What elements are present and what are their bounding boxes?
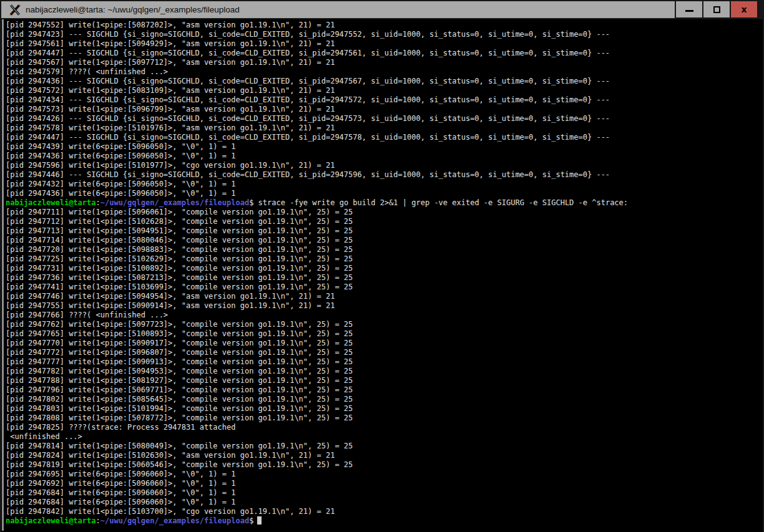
terminal-line: [pid 2947765] write(1<pipe:[5100893]>, "… (6, 329, 763, 339)
terminal-line: [pid 2947766] ????( <unfinished ...> (6, 311, 763, 320)
terminal-line: [pid 2947432] write(6<pipe:[5096050]>, "… (6, 180, 763, 189)
prompt-path: ~/uwu/gqlgen/_examples/fileupload (100, 198, 249, 207)
prompt-path: ~/uwu/gqlgen/_examples/fileupload (100, 516, 249, 525)
terminal-line: [pid 2947436] write(6<pipe:[5096050]>, "… (6, 152, 763, 161)
prompt-separator: : (96, 198, 100, 207)
terminal-line: [pid 2947814] write(1<pipe:[5080049]>, "… (6, 442, 763, 451)
close-icon: x (741, 5, 747, 14)
maximize-icon (713, 6, 720, 13)
terminal-line: [pid 2947578] write(1<pipe:[5101976]>, "… (6, 123, 763, 133)
terminal-line: [pid 2947755] write(1<pipe:[5090914]>, "… (6, 301, 763, 311)
terminal-line: [pid 2947436] --- SIGCHLD {si_signo=SIGC… (6, 77, 763, 86)
close-button[interactable]: x (730, 1, 758, 19)
terminal-line: [pid 2947695] write(6<pipe:[5096060]>, "… (6, 470, 763, 479)
terminal-line: [pid 2947713] write(1<pipe:[5094951]>, "… (6, 226, 763, 236)
prompt-line: nabijaczleweli@tarta:~/uwu/gqlgen/_examp… (6, 516, 763, 526)
terminal-line: [pid 2947714] write(1<pipe:[5080046]>, "… (6, 236, 763, 245)
terminal-line: [pid 2947762] write(1<pipe:[5097723]>, "… (6, 320, 763, 329)
terminal-line: [pid 2947684] write(6<pipe:[5096060]>, "… (6, 498, 763, 507)
terminal-line: [pid 2947573] write(1<pipe:[5096799]>, "… (6, 105, 763, 114)
terminal-line: [pid 2947808] write(1<pipe:[5078772]>, "… (6, 414, 763, 423)
terminal-line: [pid 2947802] write(1<pipe:[5085645]>, "… (6, 395, 763, 404)
terminal-line: [pid 2947436] write(6<pipe:[5096050]>, "… (6, 189, 763, 198)
terminal-line: [pid 2947819] write(1<pipe:[5060546]>, "… (6, 460, 763, 470)
terminal-line: [pid 2947796] write(1<pipe:[5069771]>, "… (6, 385, 763, 395)
terminal-line: [pid 2947552] write(1<pipe:[5087202]>, "… (6, 21, 763, 30)
terminal-line: [pid 2947447] --- SIGCHLD {si_signo=SIGC… (6, 133, 763, 142)
terminal-line: [pid 2947446] --- SIGCHLD {si_signo=SIGC… (6, 170, 763, 180)
terminal-line: [pid 2947746] write(1<pipe:[5094954]>, "… (6, 292, 763, 301)
window-title: nabijaczleweli@tarta: ~/uwu/gqlgen/_exam… (26, 5, 240, 14)
terminal-line: [pid 2947572] write(1<pipe:[5083109]>, "… (6, 86, 763, 95)
terminal-line: [pid 2947772] write(1<pipe:[5096807]>, "… (6, 348, 763, 357)
terminal-line: [pid 2947770] write(1<pipe:[5090917]>, "… (6, 339, 763, 348)
scrollbar-thumb[interactable] (2, 19, 4, 531)
prompt-char: $ (249, 516, 253, 525)
terminal-content[interactable]: [pid 2947552] write(1<pipe:[5087202]>, "… (1, 19, 763, 531)
terminal-line: [pid 2947579] ????( <unfinished ...> (6, 67, 763, 77)
terminal-line: [pid 2947434] --- SIGCHLD {si_signo=SIGC… (6, 95, 763, 105)
minimize-icon (685, 10, 693, 12)
terminal-line: [pid 2947736] write(1<pipe:[5087213]>, "… (6, 273, 763, 283)
prompt-user: nabijaczleweli@tarta (6, 516, 96, 525)
terminal-line: [pid 2947567] write(1<pipe:[5097712]>, "… (6, 58, 763, 67)
terminal-line: [pid 2947803] write(1<pipe:[5101994]>, "… (6, 404, 763, 414)
terminal-line: [pid 2947439] write(6<pipe:[5096050]>, "… (6, 142, 763, 152)
terminal-line: [pid 2947825] ????(strace: Process 29478… (6, 423, 763, 432)
terminal-line: [pid 2947725] write(1<pipe:[5102629]>, "… (6, 254, 763, 264)
command-text: strace -fye write go build 2>&1 | grep -… (253, 198, 628, 207)
terminal-line: [pid 2947447] --- SIGCHLD {si_signo=SIGC… (6, 49, 763, 58)
title-bar[interactable]: nabijaczleweli@tarta: ~/uwu/gqlgen/_exam… (1, 1, 763, 19)
terminal-line: [pid 2947684] write(6<pipe:[5096060]>, "… (6, 488, 763, 498)
terminal-line: [pid 2947824] write(1<pipe:[5102630]>, "… (6, 451, 763, 460)
terminal-line: [pid 2947596] write(1<pipe:[5101977]>, "… (6, 161, 763, 170)
terminal-line: [pid 2947423] --- SIGCHLD {si_signo=SIGC… (6, 30, 763, 39)
maximize-button[interactable] (702, 1, 731, 19)
text-cursor (257, 516, 262, 525)
terminal-line: [pid 2947561] write(1<pipe:[5094929]>, "… (6, 39, 763, 49)
minimize-button[interactable] (675, 1, 703, 19)
terminal-line: <unfinished ...> (6, 432, 763, 442)
terminal-line: [pid 2947692] write(6<pipe:[5096060]>, "… (6, 479, 763, 488)
terminal-line: [pid 2947741] write(1<pipe:[5103699]>, "… (6, 283, 763, 292)
terminal-line: [pid 2947720] write(1<pipe:[5098883]>, "… (6, 245, 763, 254)
titlebar-right-pad (758, 1, 763, 19)
prompt-separator: : (96, 516, 100, 525)
terminal-line: [pid 2947842] write(1<pipe:[5103700]>, "… (6, 507, 763, 516)
xterm-icon (8, 3, 22, 17)
terminal-screen[interactable]: [pid 2947552] write(1<pipe:[5087202]>, "… (6, 21, 763, 531)
terminal-line: [pid 2947777] write(1<pipe:[5090913]>, "… (6, 357, 763, 367)
terminal-line: [pid 2947788] write(1<pipe:[5081927]>, "… (6, 376, 763, 385)
terminal-line: [pid 2947731] write(1<pipe:[5100892]>, "… (6, 264, 763, 273)
prompt-line: nabijaczleweli@tarta:~/uwu/gqlgen/_examp… (6, 198, 763, 208)
terminal-line: [pid 2947782] write(1<pipe:[5094953]>, "… (6, 367, 763, 376)
prompt-user: nabijaczleweli@tarta (6, 198, 96, 207)
terminal-line: [pid 2947426] --- SIGCHLD {si_signo=SIGC… (6, 114, 763, 123)
terminal-line: [pid 2947712] write(1<pipe:[5102628]>, "… (6, 217, 763, 226)
scrollbar[interactable] (1, 19, 4, 531)
terminal-line: [pid 2947711] write(1<pipe:[5096061]>, "… (6, 208, 763, 217)
terminal-window: nabijaczleweli@tarta: ~/uwu/gqlgen/_exam… (0, 0, 764, 532)
